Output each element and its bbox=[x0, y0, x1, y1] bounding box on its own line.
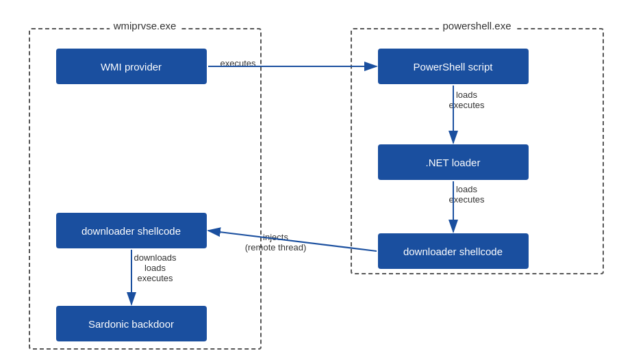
diagram: wmiprvse.exe powershell.exe WMI provider… bbox=[15, 8, 618, 356]
downloads-label: downloadsloadsexecutes bbox=[121, 252, 190, 283]
powershell-label: powershell.exe bbox=[438, 20, 515, 31]
wmiprvse-label: wmiprvse.exe bbox=[110, 20, 181, 31]
downloader-left-block: downloader shellcode bbox=[56, 213, 207, 248]
downloader-right-block: downloader shellcode bbox=[378, 233, 529, 269]
wmi-provider-block: WMI provider bbox=[56, 49, 207, 84]
injects-label: injects(remote thread) bbox=[231, 232, 320, 252]
powershell-script-block: PowerShell script bbox=[378, 49, 529, 84]
executes-label: executes bbox=[220, 58, 256, 68]
loads-executes-2-label: loadsexecutes bbox=[440, 184, 494, 205]
sardonic-block: Sardonic backdoor bbox=[56, 306, 207, 341]
net-loader-block: .NET loader bbox=[378, 144, 529, 180]
loads-executes-1-label: loadsexecutes bbox=[440, 90, 494, 110]
